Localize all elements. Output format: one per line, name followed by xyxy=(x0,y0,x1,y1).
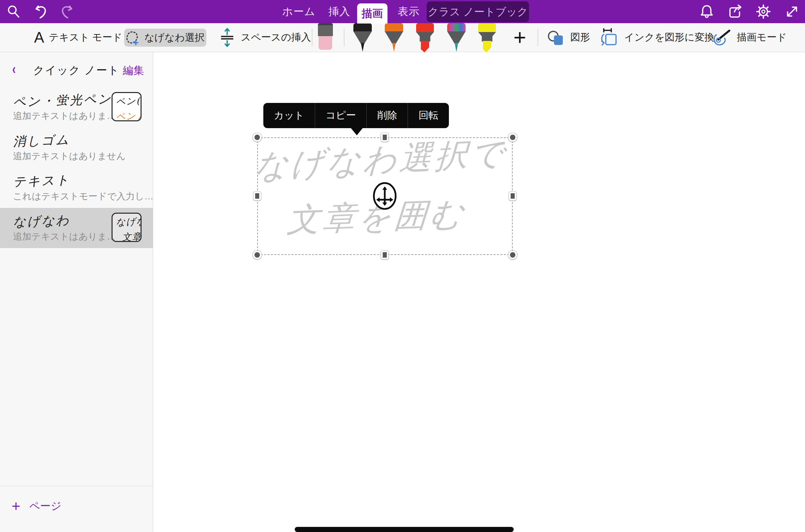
shapes-icon xyxy=(546,29,566,46)
selection-handle-bottom-right[interactable] xyxy=(508,250,517,259)
ink-context-menu: カット コピー 削除 回転 xyxy=(263,103,449,128)
tab-draw-label: 描画 xyxy=(362,6,383,21)
home-indicator-bar[interactable] xyxy=(295,527,514,532)
context-menu-delete[interactable]: 削除 xyxy=(366,103,408,128)
search-icon[interactable] xyxy=(5,3,23,20)
context-menu-copy[interactable]: コピー xyxy=(315,103,366,128)
add-pen-plus-icon: + xyxy=(513,25,526,50)
shapes-button[interactable]: 図形 xyxy=(546,23,590,52)
tab-view[interactable]: 表示 xyxy=(396,0,422,23)
insert-space-button[interactable]: スペースの挿入 xyxy=(218,23,311,52)
selection-handle-top[interactable] xyxy=(381,133,389,142)
redo-icon[interactable] xyxy=(57,3,75,20)
page-subtitle: 追加テキストはありません xyxy=(13,150,126,162)
add-page-plus-icon: + xyxy=(12,498,20,515)
selection-handle-top-right[interactable] xyxy=(508,133,517,142)
page-list-sidebar: ‹ クイック ノート 編集 ペン・蛍光ペン 追加テキストはありま… ペン( ペン… xyxy=(0,52,153,532)
lasso-select-label: なげなわ選択 xyxy=(144,31,205,45)
page-title: 消しゴム xyxy=(13,131,70,150)
draw-ribbon-toolbar: A テキスト モード + なげなわ選択 スペースの挿入 xyxy=(0,23,805,52)
tab-home[interactable]: ホーム xyxy=(280,0,318,23)
toolbar-divider xyxy=(312,29,312,46)
sidebar-header: ‹ クイック ノート 編集 xyxy=(0,52,153,86)
add-page-label: ページ xyxy=(29,499,61,513)
page-title: ペン・蛍光ペン xyxy=(13,90,112,111)
tab-home-label: ホーム xyxy=(282,4,315,19)
rainbow-pen-icon xyxy=(447,23,466,31)
settings-gear-icon[interactable] xyxy=(755,3,772,20)
eraser-tool[interactable] xyxy=(318,23,333,50)
toolbar-divider xyxy=(538,29,538,46)
top-app-bar: ホーム 挿入 描画 表示 クラス ノートブック xyxy=(0,0,805,23)
insert-space-label: スペースの挿入 xyxy=(241,31,311,44)
fullscreen-expand-icon[interactable] xyxy=(783,3,801,20)
undo-icon[interactable] xyxy=(33,3,50,20)
page-list-item-pen-highlighter[interactable]: ペン・蛍光ペン 追加テキストはありま… ペン( ペン〳 xyxy=(0,87,153,127)
add-page-button[interactable]: + ページ xyxy=(12,498,61,515)
tab-draw-selected[interactable]: 描画 xyxy=(357,3,387,24)
draw-mode-label: 描画モード xyxy=(737,31,787,44)
add-pen-button[interactable]: + xyxy=(510,23,530,52)
yellow-highlighter-icon xyxy=(478,23,496,32)
selection-handle-top-left[interactable] xyxy=(253,133,262,142)
text-mode-icon: A xyxy=(34,29,44,46)
selection-handle-bottom-left[interactable] xyxy=(253,250,262,259)
page-subtitle: これはテキストモードで入力し… xyxy=(13,190,153,202)
orange-pen-tool[interactable] xyxy=(385,23,403,52)
ink-to-shape-button[interactable]: インクを図形に変換 xyxy=(600,23,714,52)
lasso-icon: + xyxy=(126,31,140,45)
tab-insert-label: 挿入 xyxy=(328,4,350,19)
black-pen-tool[interactable] xyxy=(353,23,372,52)
page-subtitle: 追加テキストはありま… xyxy=(13,110,116,122)
red-highlighter-icon xyxy=(416,23,434,32)
draw-mode-button[interactable]: 描画モード xyxy=(712,23,787,52)
draw-mode-icon xyxy=(712,28,732,47)
orange-pen-icon xyxy=(385,23,403,31)
tab-class-notebook-label: クラス ノートブック xyxy=(428,5,528,19)
page-list-item-lasso-selected[interactable]: なげなわ 追加テキストはありま… なげなわ 文章を xyxy=(0,208,153,248)
shapes-label: 図形 xyxy=(570,31,590,44)
rainbow-pen-tool[interactable] xyxy=(447,23,466,52)
tab-class-notebook[interactable]: クラス ノートブック xyxy=(427,1,529,22)
yellow-highlighter-tool[interactable] xyxy=(478,23,496,52)
note-canvas[interactable]: カット コピー 削除 回転 なげなわ選択で 文章を囲む xyxy=(153,52,805,532)
red-highlighter-tool[interactable] xyxy=(416,23,434,52)
page-list-item-eraser[interactable]: 消しゴム 追加テキストはありません xyxy=(0,127,153,168)
text-mode-button[interactable]: A テキスト モード xyxy=(34,23,122,52)
notifications-bell-icon[interactable] xyxy=(698,3,716,20)
selection-move-icon[interactable] xyxy=(372,182,397,210)
toolbar-divider xyxy=(344,29,345,46)
page-title: なげなわ xyxy=(13,212,70,231)
tab-view-label: 表示 xyxy=(398,4,420,19)
ink-to-shape-icon xyxy=(600,28,619,47)
selection-handle-left[interactable] xyxy=(253,192,261,200)
tab-insert[interactable]: 挿入 xyxy=(324,0,355,23)
share-icon[interactable] xyxy=(726,3,744,20)
context-menu-pointer xyxy=(351,128,363,135)
sidebar-footer: + ページ xyxy=(0,486,153,532)
page-list-item-text[interactable]: テキスト これはテキストモードで入力し… xyxy=(0,168,153,208)
lasso-select-button[interactable]: + なげなわ選択 xyxy=(124,29,206,47)
page-subtitle: 追加テキストはありま… xyxy=(13,230,116,243)
text-mode-label: テキスト モード xyxy=(49,31,122,44)
edit-button[interactable]: 編集 xyxy=(123,63,144,78)
selection-handle-right[interactable] xyxy=(509,192,516,200)
page-title: テキスト xyxy=(13,171,70,191)
eraser-icon xyxy=(318,23,333,36)
insert-space-icon xyxy=(218,28,236,47)
ink-to-shape-label: インクを図形に変換 xyxy=(624,31,714,44)
page-thumbnail: なげなわ 文章を xyxy=(112,213,142,242)
selection-handle-bottom[interactable] xyxy=(381,250,389,259)
black-pen-icon xyxy=(353,23,372,31)
page-thumbnail: ペン( ペン〳 xyxy=(112,92,142,121)
context-menu-rotate[interactable]: 回転 xyxy=(408,103,449,128)
context-menu-cut[interactable]: カット xyxy=(263,103,315,128)
